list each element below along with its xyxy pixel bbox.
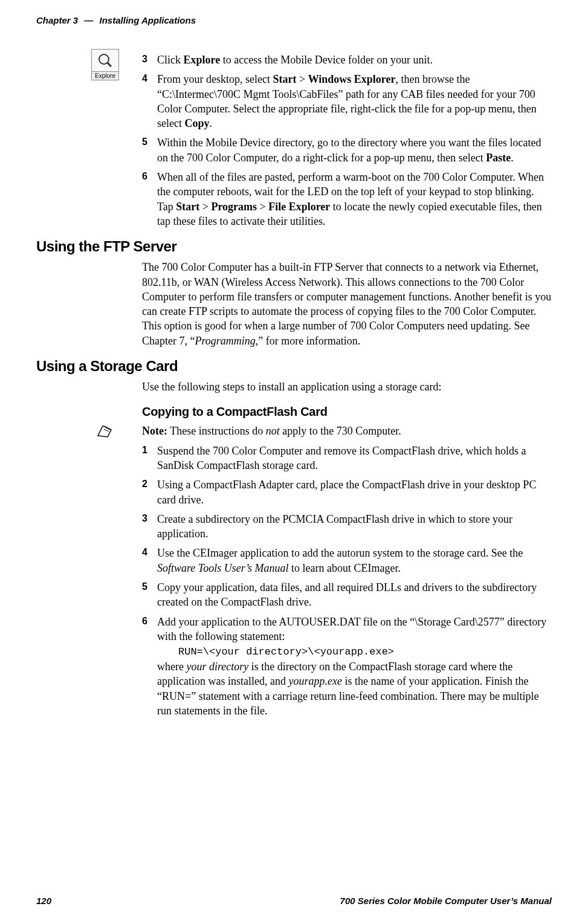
page-footer: 120 700 Series Color Mobile Computer Use… — [36, 896, 552, 906]
text: Paste — [486, 152, 511, 164]
text: where — [157, 661, 186, 673]
text: File Explorer — [268, 201, 330, 213]
text: yourapp.exe — [288, 675, 341, 687]
step-number: 4 — [142, 546, 147, 559]
footer-title: 700 Series Color Mobile Computer User’s … — [340, 896, 552, 906]
ftp-paragraph: The 700 Color Computer has a built-in FT… — [142, 260, 552, 348]
text: From your desktop, select — [157, 73, 273, 85]
text: The 700 Color Computer has a built-in FT… — [142, 261, 551, 346]
text: your directory — [186, 661, 248, 673]
page-number: 120 — [36, 896, 51, 906]
explore-icon-box: Explore — [91, 49, 119, 80]
text: Software Tools User’s Manual — [157, 562, 289, 574]
text: apply to the 730 Computer. — [280, 425, 401, 437]
text: Explore — [184, 54, 221, 66]
section-ftp-heading: Using the FTP Server — [36, 238, 552, 255]
text: to access the Mobile Device folder on yo… — [220, 54, 433, 66]
subsection-cf-heading: Copying to a CompactFlash Card — [142, 404, 552, 420]
step-a4: 4 From your desktop, select Start > Wind… — [142, 72, 552, 131]
text: . — [511, 152, 514, 164]
section-storage-heading: Using a Storage Card — [36, 358, 552, 375]
text: Programs — [211, 201, 257, 213]
note-label: Note: — [142, 425, 167, 437]
step-a6: 6 When all of the files are pasted, perf… — [142, 170, 552, 228]
text: Windows Explorer — [308, 73, 396, 85]
step-a5: 5 Within the Mobile Device directory, go… — [142, 135, 552, 165]
text: > — [296, 73, 308, 85]
step-b2: 2 Using a CompactFlash Adapter card, pla… — [142, 477, 552, 507]
step-b4: 4 Use the CEImager application to add th… — [142, 546, 552, 575]
text: not — [266, 425, 280, 437]
text: These instructions do — [167, 425, 266, 437]
page-header: Chapter 3 — Installing Applications — [36, 15, 552, 25]
text: Start — [176, 201, 199, 213]
step-b6: 6 Add your application to the AUTOUSER.D… — [142, 615, 552, 719]
svg-line-1 — [107, 62, 111, 66]
step-number: 6 — [142, 615, 147, 628]
storage-intro: Use the following steps to install an ap… — [142, 380, 552, 394]
text: to learn about CEImager. — [289, 562, 401, 574]
step-number: 5 — [142, 135, 147, 149]
code-line: RUN=\<your directory>\<yourapp.exe> — [178, 646, 394, 658]
step-number: 2 — [142, 477, 147, 491]
text: Within the Mobile Device directory, go t… — [157, 137, 541, 163]
explore-icon-label: Explore — [92, 71, 118, 80]
step-b1: 1 Suspend the 700 Color Computer and rem… — [142, 444, 552, 473]
step-number: 3 — [142, 512, 147, 525]
chapter-label: Chapter 3 — [36, 15, 78, 25]
text: Start — [273, 73, 296, 85]
step-a3: 3 Click Explore to access the Mobile Dev… — [142, 53, 552, 67]
text: . — [210, 117, 213, 129]
step-number: 4 — [142, 72, 147, 85]
text: Add your application to the AUTOUSER.DAT… — [157, 616, 546, 642]
text: Click — [157, 54, 184, 66]
text: ,” for more information. — [256, 335, 360, 347]
step-b5: 5 Copy your application, data files, and… — [142, 580, 552, 610]
step-number: 5 — [142, 580, 147, 593]
step-number: 1 — [142, 444, 147, 457]
header-dash: — — [84, 15, 93, 25]
header-title: Installing Applications — [100, 15, 196, 25]
note-line: Note: These instructions do not apply to… — [142, 424, 552, 438]
note-icon — [97, 424, 115, 439]
text: Use the CEImager application to add the … — [157, 547, 523, 559]
text: Copy — [184, 117, 209, 129]
explore-icon — [92, 50, 118, 71]
text: > — [257, 201, 268, 213]
step-b3: 3 Create a subdirectory on the PCMCIA Co… — [142, 512, 552, 541]
text: Programming — [195, 335, 255, 347]
text: Create a subdirectory on the PCMCIA Comp… — [157, 513, 512, 540]
text: Suspend the 700 Color Computer and remov… — [157, 445, 526, 471]
text: Using a CompactFlash Adapter card, place… — [157, 479, 536, 505]
text: > — [199, 201, 211, 213]
svg-line-4 — [104, 429, 109, 432]
step-number: 6 — [142, 170, 147, 183]
step-number: 3 — [142, 53, 147, 66]
text: Copy your application, data files, and a… — [157, 581, 537, 608]
